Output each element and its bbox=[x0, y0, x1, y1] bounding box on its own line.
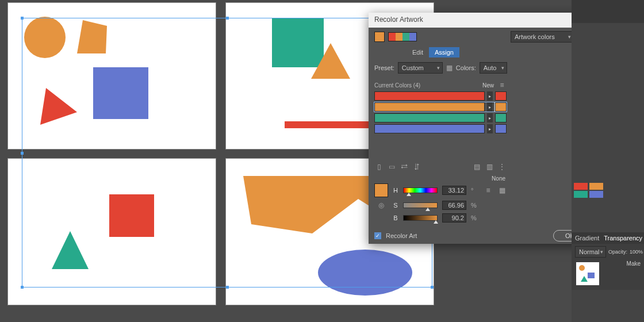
brightness-input[interactable]: 90.2 bbox=[442, 213, 466, 223]
separate-icon[interactable]: ⮂ bbox=[400, 162, 409, 171]
new-row-icon[interactable]: ▤ bbox=[472, 162, 481, 171]
color-group-dropdown[interactable]: Artwork colors bbox=[511, 31, 574, 43]
svg-point-0 bbox=[24, 17, 66, 58]
tab-gradient[interactable]: Gradient bbox=[575, 235, 599, 241]
artwork-swatch-group[interactable] bbox=[388, 32, 417, 41]
svg-marker-13 bbox=[581, 276, 588, 282]
swap-icon[interactable]: ▦ bbox=[497, 186, 507, 195]
color-swatch[interactable] bbox=[574, 191, 588, 198]
active-color-swatch[interactable] bbox=[374, 32, 385, 42]
colors-label: Colors: bbox=[456, 64, 476, 71]
artboard-3[interactable] bbox=[7, 158, 216, 305]
bri-unit: % bbox=[471, 214, 479, 221]
color-swatch[interactable] bbox=[589, 183, 603, 190]
collapsed-panel-group[interactable] bbox=[572, 0, 644, 23]
svg-marker-3 bbox=[40, 88, 77, 125]
svg-rect-2 bbox=[93, 67, 148, 119]
assign-arrow-icon[interactable]: ▸ bbox=[487, 91, 493, 101]
hue-slider[interactable] bbox=[403, 187, 438, 193]
opacity-value[interactable]: 100% bbox=[630, 249, 643, 255]
sat-unit: % bbox=[471, 202, 479, 209]
opacity-label: Opacity: bbox=[608, 249, 627, 255]
preset-dropdown[interactable]: Custom bbox=[398, 62, 443, 74]
svg-point-11 bbox=[579, 265, 585, 271]
new-colors-label: New bbox=[482, 82, 494, 89]
sort-icon[interactable]: ▯ bbox=[374, 162, 384, 171]
hue-unit: ° bbox=[471, 187, 479, 194]
preset-options-icon[interactable]: ▦ bbox=[446, 63, 453, 72]
color-assignment-row[interactable]: ▸ bbox=[374, 102, 507, 112]
svg-marker-8 bbox=[52, 231, 89, 269]
recolor-art-checkbox[interactable]: ✓ bbox=[374, 232, 381, 239]
transparency-thumbnail[interactable] bbox=[576, 262, 599, 285]
tab-edit[interactable]: Edit bbox=[407, 47, 429, 57]
svg-rect-7 bbox=[109, 194, 154, 237]
color-assignment-row[interactable]: ▸ bbox=[374, 91, 507, 101]
saturation-input[interactable]: 66.96 bbox=[442, 201, 466, 210]
svg-point-10 bbox=[318, 250, 412, 296]
right-dock: Gradient Transparency Normal Opacity: 10… bbox=[572, 0, 644, 322]
tab-assign[interactable]: Assign bbox=[429, 47, 459, 57]
brightness-slider[interactable] bbox=[403, 215, 438, 221]
assign-arrow-icon[interactable]: ▸ bbox=[487, 124, 493, 133]
tab-transparency[interactable]: Transparency bbox=[604, 235, 642, 241]
svg-marker-1 bbox=[77, 20, 107, 53]
artboard-1[interactable] bbox=[7, 2, 216, 150]
list-options-icon[interactable]: ≡ bbox=[497, 80, 507, 90]
panel-tabs[interactable]: Gradient Transparency bbox=[572, 232, 644, 244]
saturation-slider[interactable] bbox=[403, 202, 438, 208]
colors-dropdown[interactable]: Auto bbox=[480, 62, 507, 74]
recolor-art-label: Recolor Art bbox=[386, 232, 417, 239]
exclude-icon[interactable]: ⮃ bbox=[412, 162, 421, 171]
svg-rect-4 bbox=[272, 18, 324, 67]
hsb-swatch[interactable] bbox=[374, 183, 388, 197]
assign-arrow-icon[interactable]: ▸ bbox=[487, 113, 493, 122]
color-assignment-row[interactable]: ▸ bbox=[374, 113, 507, 122]
limit-colors-icon[interactable]: ◎ bbox=[374, 201, 388, 210]
make-mask-button[interactable]: Make bbox=[627, 260, 641, 267]
current-colors-label: Current Colors (4) bbox=[374, 82, 420, 89]
b-label: B bbox=[393, 214, 398, 221]
find-color-icon[interactable]: ▥ bbox=[485, 162, 494, 171]
color-assignment-row[interactable]: ▸ bbox=[374, 124, 507, 133]
svg-rect-12 bbox=[588, 273, 595, 278]
s-label: S bbox=[393, 202, 398, 209]
random-icon[interactable]: ⋮ bbox=[497, 162, 507, 171]
none-label: None bbox=[492, 175, 505, 182]
blend-mode-dropdown[interactable]: Normal bbox=[575, 246, 606, 258]
merge-icon[interactable]: ▭ bbox=[387, 162, 396, 171]
hue-input[interactable]: 33.12 bbox=[442, 186, 466, 195]
preset-label: Preset: bbox=[374, 64, 394, 71]
h-label: H bbox=[393, 187, 398, 194]
mode-menu-icon[interactable]: ≡ bbox=[484, 186, 493, 195]
color-swatch[interactable] bbox=[589, 191, 603, 198]
color-swatch[interactable] bbox=[574, 183, 588, 190]
assign-arrow-icon[interactable]: ▸ bbox=[487, 102, 493, 112]
